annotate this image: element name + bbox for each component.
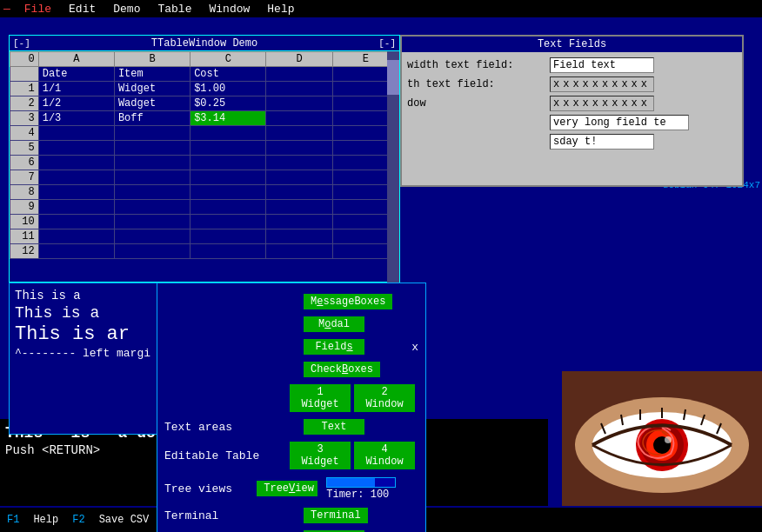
table-row[interactable]: 10: [10, 215, 399, 229]
table-row[interactable]: 4: [10, 126, 399, 141]
demo-menu-row-terminal: Terminal Terminal: [157, 504, 425, 527]
checkboxes-button[interactable]: CheckBoxes: [304, 362, 380, 377]
progress-bar: [326, 477, 396, 488]
table-row[interactable]: 5: [10, 141, 399, 156]
tf-label-1: width text field:: [407, 59, 546, 71]
col-header-a[interactable]: A: [38, 52, 114, 67]
terminal-label: Terminal: [164, 509, 304, 522]
table-scrollbar[interactable]: [387, 51, 399, 283]
window2-button[interactable]: 2 Window: [354, 384, 415, 412]
widget1-button[interactable]: 1 Widget: [290, 384, 351, 412]
col-header-0: 0: [10, 52, 39, 67]
table-row[interactable]: 7: [10, 170, 399, 185]
demo-menu-row-fields: Fields x: [157, 336, 425, 358]
demo-menu-row-widgets12: 1 Widget 2 Window: [157, 381, 425, 416]
textfields-titlebar: Text Fields: [402, 37, 742, 52]
tf-label-3: dow: [407, 97, 546, 110]
demo-menu-row-modal: Modal: [157, 313, 425, 336]
timer-label: Timer: 100: [326, 476, 418, 501]
main-table[interactable]: 0 A B C D E Date Item Cost: [10, 51, 399, 259]
menu-window[interactable]: Window: [205, 3, 253, 16]
ttable-close[interactable]: [-]: [13, 38, 30, 49]
tf-row-2: th text field:: [407, 76, 737, 92]
eye-image: [562, 371, 762, 506]
demo-menu-row-checkboxes: CheckBoxes: [157, 358, 425, 381]
ttable-resize[interactable]: [-]: [378, 38, 396, 49]
messageboxes-button[interactable]: MessageBoxes: [304, 294, 392, 309]
table-row[interactable]: 2 1/2 Wadget $0.25: [10, 96, 399, 111]
table-row[interactable]: 6: [10, 156, 399, 170]
table-row[interactable]: 1 1/1 Widget $1.00: [10, 82, 399, 96]
textarea-line-3: This is ar: [15, 323, 155, 345]
ttable-window: [-] TTableWindow Demo [-] 0 A B C D E: [9, 35, 400, 283]
demo-menu-row-treeviews: Tree views TreeView Timer: 100: [157, 473, 425, 504]
widget3-button[interactable]: 3 Widget: [290, 442, 351, 469]
subheader-d: [266, 67, 332, 82]
table-row[interactable]: 8: [10, 185, 399, 200]
textarea-line-4: ^-------- left margi: [15, 347, 155, 360]
tf-input-1[interactable]: [550, 57, 654, 73]
status-f2-key: F2: [72, 514, 84, 526]
textareas-window: This is a This is a This is ar ^--------…: [9, 283, 161, 435]
demo-menu: MessageBoxes Modal Fields x CheckBoxes 1…: [157, 283, 426, 532]
subheader-0: [10, 67, 39, 82]
subheader-date: Date: [38, 67, 114, 82]
menu-help[interactable]: Help: [264, 3, 297, 16]
demo-menu-row-text: Text areas Text: [157, 416, 425, 438]
textarea-line-2: This is a: [15, 304, 155, 322]
tf-input-2[interactable]: [550, 76, 654, 92]
textarea-line-1: This is a: [15, 289, 155, 303]
col-header-b[interactable]: B: [114, 52, 190, 67]
tf-input-4[interactable]: [550, 115, 689, 130]
tf-row-4: [407, 115, 737, 130]
menu-table[interactable]: Table: [154, 3, 195, 16]
fields-button[interactable]: Fields: [304, 339, 364, 355]
tree-views-label: Tree views: [164, 482, 257, 495]
desktop: [-] TTableWindow Demo [-] 0 A B C D E: [0, 17, 762, 532]
table-row[interactable]: 11: [10, 229, 399, 244]
demo-menu-row-msgbox: MessageBoxes: [157, 290, 425, 313]
menu-demo[interactable]: Demo: [110, 3, 144, 16]
col-header-d[interactable]: D: [266, 52, 332, 67]
col-header-c[interactable]: C: [190, 52, 266, 67]
menu-edit[interactable]: Edit: [65, 3, 99, 16]
text-button[interactable]: Text: [304, 419, 364, 435]
eye-svg: [562, 371, 762, 506]
modal-button[interactable]: Modal: [304, 316, 364, 332]
status-f1-label: Help: [33, 514, 58, 526]
tf-input-5[interactable]: [550, 134, 654, 150]
textfields-content: width text field: th text field: dow: [402, 52, 742, 158]
textfields-title: Text Fields: [538, 38, 606, 50]
svg-point-7: [665, 436, 672, 443]
demo-menu-row-editable: Editable Table 3 Widget 4 Window: [157, 438, 425, 473]
subheader-cost: Cost: [190, 67, 266, 82]
status-f1-key: F1: [7, 514, 19, 526]
demo-menu-row-colors: Color editor Colors: [157, 527, 425, 532]
menubar: — File Edit Demo Table Window Help: [0, 0, 762, 17]
scrollbar-thumb[interactable]: [387, 60, 399, 95]
textfields-window: Text Fields width text field: th text fi…: [400, 35, 744, 187]
ttable-titlebar: [-] TTableWindow Demo [-]: [10, 36, 399, 51]
treeview-button[interactable]: TreeView: [257, 481, 318, 496]
tf-input-3[interactable]: [550, 96, 654, 111]
menu-separator-left: —: [3, 3, 10, 16]
tf-row-1: width text field:: [407, 57, 737, 73]
text-areas-label: Text areas: [164, 421, 304, 434]
tf-row-5: [407, 134, 737, 150]
tf-label-2: th text field:: [407, 78, 546, 90]
close-x[interactable]: x: [411, 341, 418, 354]
table-row[interactable]: 9: [10, 200, 399, 215]
table-row[interactable]: 12: [10, 244, 399, 259]
editable-table-label: Editable Table: [164, 449, 290, 462]
menu-file[interactable]: File: [21, 3, 55, 16]
subheader-item: Item: [114, 67, 190, 82]
status-f2-label: Save CSV: [99, 514, 150, 526]
window4-button[interactable]: 4 Window: [354, 442, 415, 469]
terminal-button[interactable]: Terminal: [304, 508, 368, 523]
tf-row-3: dow: [407, 96, 737, 111]
table-row-selected[interactable]: 3 1/3 Boff $3.14: [10, 111, 399, 126]
ttable-title: TTableWindow Demo: [151, 37, 257, 50]
